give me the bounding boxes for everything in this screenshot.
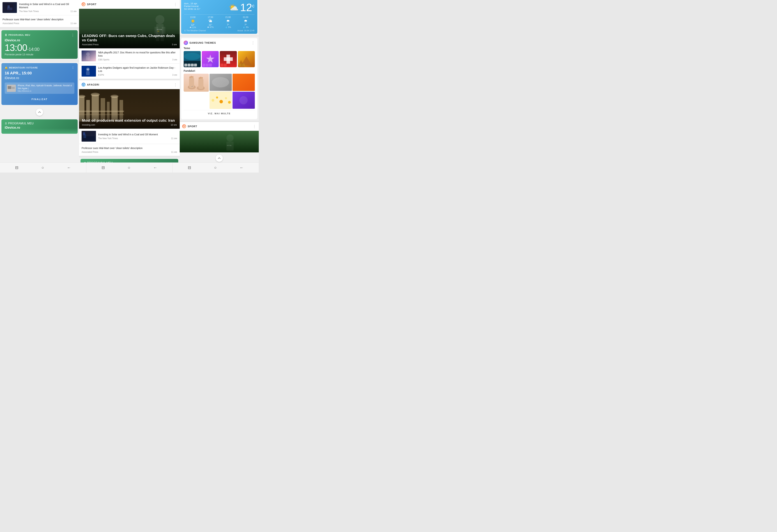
theme-pink[interactable] [202, 51, 219, 67]
news-title: Los Angeles Dodgers again find inspirati… [98, 66, 177, 73]
left-nav-recent-apps[interactable]: ⊟ [15, 165, 18, 170]
hero-title: Most oil producers want extension of out… [82, 118, 177, 123]
scroll-up-button[interactable] [36, 109, 43, 116]
news-info: NBA playoffs 2017: Doc Rivers in no mood… [98, 51, 177, 61]
svg-text:42: 42 [87, 69, 89, 71]
center-sport-news-1[interactable]: NBA playoffs 2017: Doc Rivers in no mood… [79, 48, 180, 64]
weather-channel: The Weather Channel [187, 29, 206, 32]
mini-icon [203, 64, 205, 67]
svg-point-44 [184, 53, 200, 60]
forecast-temp: 11° [202, 23, 219, 26]
wallpaper-main[interactable] [184, 74, 209, 92]
wallpapers-sub-grid [210, 74, 255, 109]
theme-red[interactable] [220, 51, 237, 67]
sport-section-title: SPORT [87, 3, 97, 6]
right-nav-recent-apps[interactable]: ⊟ [188, 165, 191, 170]
theme-ocean[interactable] [184, 51, 201, 67]
reminder-card: 🔔 MEMENTOURI VIITOARE ⋮ 16 APR., 15:00 i… [1, 63, 78, 105]
wallpaper-orange[interactable] [232, 74, 255, 91]
weather-temp: 12c [240, 2, 254, 13]
news-title: Professor sues Wal-Mart over 'clean toil… [3, 18, 77, 21]
svg-point-18 [86, 52, 90, 56]
section-gap-5 [180, 35, 259, 37]
svg-point-74 [225, 97, 227, 99]
scroll-up-area [0, 106, 79, 118]
sport-section-icon [82, 2, 86, 6]
section-gap-4 [79, 156, 180, 157]
themes-header-left: SAMSUNG THEMES [184, 40, 216, 45]
section-gap-2 [0, 60, 79, 62]
center-sport-news-2[interactable]: 42 Los Angeles Dodgers again find inspir… [79, 64, 180, 79]
calendar-card: 🗓 PROGRAMUL MEU ⋮ iDevice.ro 13:00-14:00… [1, 30, 78, 59]
forecast-rain: 💧 3% [237, 26, 254, 28]
afaceri-hero[interactable]: Most oil producers want extension of out… [79, 89, 180, 129]
right-sport-hero-preview[interactable]: PITTSB [180, 131, 259, 152]
weather-top: dum., 16 apr. Partial Innorat Se simte c… [184, 2, 254, 13]
afaceri-section-more-button[interactable]: ⋮ [174, 83, 177, 87]
forecast-time: 21:00 [219, 16, 237, 18]
temp-value: 12 [240, 1, 252, 13]
left-news-item-2[interactable]: Professor sues Wal-Mart over 'clean toil… [0, 15, 79, 27]
center-nav-home[interactable]: ○ [128, 165, 130, 170]
center-partial-card: 🗓 PROGRAMUL MEU iDevice.ro [81, 159, 178, 163]
calendar-menu-button[interactable]: ⋮ [71, 33, 75, 37]
svg-point-73 [219, 100, 223, 103]
weather-info-left: dum., 16 apr. Partial Innorat Se simte c… [184, 2, 200, 10]
center-nav-back[interactable]: ← [153, 165, 157, 170]
center-nav-recent-apps[interactable]: ⊟ [102, 165, 105, 170]
samsung-themes-icon [184, 40, 188, 45]
forecast-time: 17:00 [202, 16, 219, 18]
calendar-icon: 🗓 [5, 34, 7, 36]
reminder-link-box[interactable]: iPhone, iPad, Mac, Aplicatii Gratuite, J… [5, 83, 75, 94]
news-time: 3 ore [172, 74, 177, 76]
svg-rect-41 [83, 132, 85, 135]
right-nav-back[interactable]: ← [240, 165, 244, 170]
card-header-partial: 🗓 PROGRAMUL MEU [5, 122, 75, 125]
temp-unit: c [252, 3, 254, 8]
sport-section-more-button[interactable]: ⋮ [174, 2, 177, 6]
center-afaceri-news-1[interactable]: Investing in Solar and Wind in a Coal an… [79, 129, 180, 144]
reminder-menu-button[interactable]: ⋮ [72, 66, 75, 69]
mini-icon [242, 64, 245, 67]
mini-icon [224, 64, 227, 67]
wallpaper-gray[interactable] [210, 74, 232, 91]
news-title: Professor sues Wal-Mart over 'clean toil… [82, 146, 177, 150]
sport-hero[interactable]: PITTSB 42 LEADING OFF: Bucs can sweep Cu… [79, 9, 180, 48]
wallpaper-purple[interactable] [232, 92, 255, 109]
left-nav-back[interactable]: ← [67, 165, 71, 170]
calendar-label-text: PROGRAMUL MEU [8, 34, 30, 36]
hero-meta: Associated Press 3 ore [82, 43, 177, 46]
themes-section-header: SAMSUNG THEMES ⋮ [184, 40, 255, 45]
news-info: Investing in Solar and Wind in a Coal an… [98, 133, 177, 140]
right-sport-header: SPORT ⋮ [180, 122, 259, 131]
forecast-rain: 🌧 87% [202, 26, 219, 28]
mini-icon [220, 64, 223, 67]
section-header-left: AFACERI [82, 83, 99, 87]
card-header: 🔔 MEMENTOURI VIITOARE ⋮ [5, 66, 75, 69]
news-source: The New York Times [19, 10, 39, 13]
news-meta: CBS Sports 3 ore [98, 59, 177, 61]
left-news-item-1[interactable]: Investing in Solar and Wind in a Coal an… [0, 0, 79, 15]
center-afaceri-text[interactable]: Professor sues Wal-Mart over 'clean toil… [79, 144, 180, 156]
hero-overlay: LEADING OFF: Bucs can sweep Cubs, Chapma… [79, 28, 180, 48]
reminder-done-button[interactable]: FINALIZAT [5, 96, 75, 102]
wallpaper-beads[interactable] [210, 92, 232, 109]
card-label: 🔔 MEMENTOURI VIITOARE [5, 66, 38, 69]
right-nav-home[interactable]: ○ [214, 165, 217, 170]
hero-meta: investing.com 10 ore [82, 124, 177, 126]
theme-yellow[interactable] [238, 51, 255, 67]
svg-point-71 [212, 99, 214, 102]
themes-grid [184, 51, 255, 67]
reminder-link-text: iPhone, iPad, Mac, Aplicatii Gratuite, J… [18, 84, 72, 92]
samsung-themes-section: SAMSUNG THEMES ⋮ Teme [181, 38, 257, 119]
reminder-label-text: MEMENTOURI VIITOARE [9, 67, 38, 69]
viz-more-button[interactable]: VIZ. MAI MULTE [184, 110, 255, 117]
afaceri-section-icon [82, 83, 86, 87]
left-nav-home[interactable]: ○ [41, 165, 44, 170]
section-header-left: SPORT [182, 124, 197, 128]
weather-source: 🌡 The Weather Channel [184, 29, 206, 32]
right-scroll-up-button[interactable] [216, 154, 223, 162]
news-source: Associated Press [82, 151, 98, 153]
samsung-themes-more-button[interactable]: ⋮ [251, 40, 255, 45]
right-sport-more-button[interactable]: ⋮ [253, 124, 256, 128]
